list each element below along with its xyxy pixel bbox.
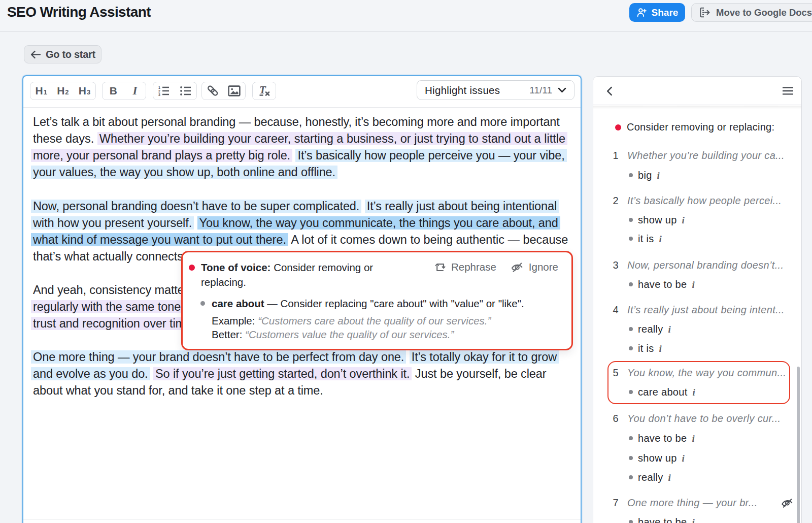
svg-text:T: T bbox=[259, 85, 266, 96]
svg-text:3: 3 bbox=[158, 93, 160, 96]
svg-text:2: 2 bbox=[158, 89, 160, 93]
svg-text:1: 1 bbox=[158, 86, 160, 89]
